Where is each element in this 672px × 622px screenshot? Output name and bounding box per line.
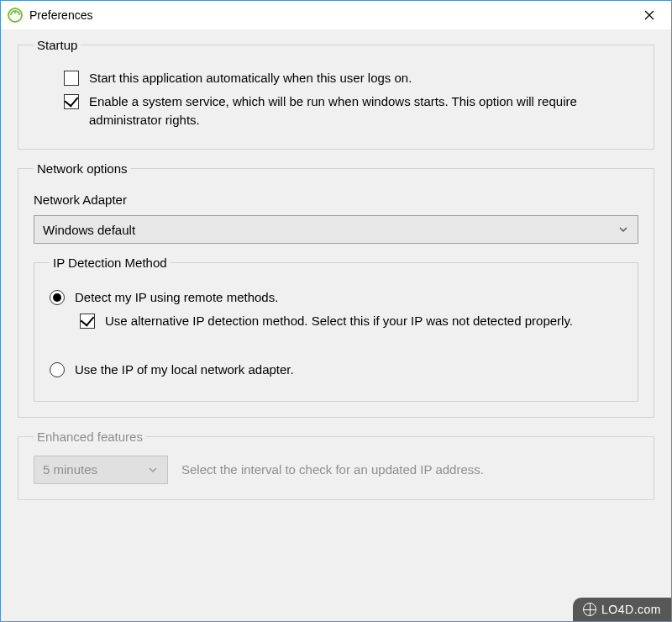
chevron-down-icon <box>147 464 159 476</box>
alt-method-row: Use alternative IP detection method. Sel… <box>80 312 622 330</box>
autostart-row: Start this application automatically whe… <box>64 69 638 87</box>
interval-select: 5 minutes <box>34 456 168 484</box>
enhanced-row: 5 minutes Select the interval to check f… <box>34 456 638 484</box>
detect-remote-row: Detect my IP using remote methods. <box>50 288 622 307</box>
network-options-group: Network options Network Adapter Windows … <box>18 161 654 417</box>
enhanced-features-group: Enhanced features 5 minutes Select the i… <box>18 430 654 500</box>
use-local-label: Use the IP of my local network adapter. <box>75 361 294 379</box>
ip-detection-legend: IP Detection Method <box>50 256 171 270</box>
use-local-radio[interactable] <box>50 362 65 377</box>
autostart-label: Start this application automatically whe… <box>89 69 412 87</box>
close-icon <box>644 10 654 20</box>
autostart-checkbox[interactable] <box>64 71 79 86</box>
alt-method-checkbox[interactable] <box>80 314 95 329</box>
close-button[interactable] <box>633 3 666 27</box>
globe-icon <box>583 603 596 616</box>
window-title: Preferences <box>29 8 92 22</box>
service-checkbox[interactable] <box>64 94 79 109</box>
detect-remote-label: Detect my IP using remote methods. <box>75 288 278 307</box>
alt-method-label: Use alternative IP detection method. Sel… <box>105 312 573 330</box>
interval-value: 5 minutes <box>43 462 97 477</box>
content-area: Startup Start this application automatic… <box>1 29 671 621</box>
watermark-text: LO4D.com <box>601 603 661 616</box>
interval-helper: Select the interval to check for an upda… <box>181 462 484 477</box>
ip-detection-group: IP Detection Method Detect my IP using r… <box>34 256 638 401</box>
titlebar: Preferences <box>1 1 671 29</box>
preferences-window: Preferences Startup Start this applicati… <box>0 0 672 622</box>
startup-legend: Startup <box>34 38 81 52</box>
detect-remote-radio[interactable] <box>50 290 65 305</box>
network-adapter-select[interactable]: Windows default <box>34 215 638 244</box>
watermark: LO4D.com <box>573 598 671 621</box>
network-adapter-label: Network Adapter <box>34 192 638 207</box>
chevron-down-icon <box>617 224 629 235</box>
enhanced-features-legend: Enhanced features <box>34 430 146 444</box>
startup-group: Startup Start this application automatic… <box>18 38 654 150</box>
service-label: Enable a system service, which will be r… <box>89 92 638 129</box>
network-options-legend: Network options <box>34 161 131 176</box>
network-adapter-value: Windows default <box>43 223 135 237</box>
app-icon <box>8 8 23 23</box>
use-local-row: Use the IP of my local network adapter. <box>50 361 622 379</box>
service-row: Enable a system service, which will be r… <box>64 92 638 129</box>
